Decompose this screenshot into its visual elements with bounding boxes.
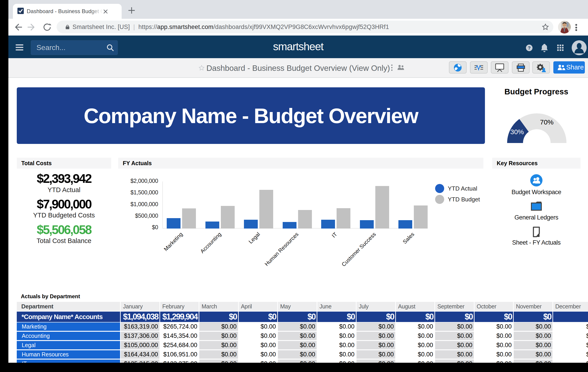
- svg-text:?: ?: [528, 45, 531, 50]
